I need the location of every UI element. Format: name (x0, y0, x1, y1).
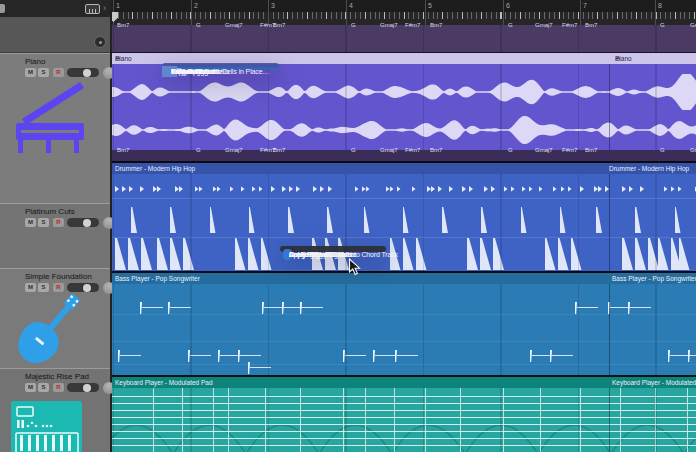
keys-note-boundary (153, 388, 154, 452)
drum-hit-mark (522, 186, 526, 192)
drum-spike-mark (170, 207, 176, 233)
bass-region-header[interactable]: Bass Player - Pop Songwriter Bass Player… (112, 273, 696, 284)
drum-spike-mark (364, 207, 370, 233)
keys-note-boundary (580, 388, 581, 452)
bass-note-mark (118, 350, 144, 362)
chevron-right-icon[interactable]: › (103, 2, 111, 14)
keyboard-editor-icon[interactable] (85, 4, 100, 14)
drum-spike-mark (635, 207, 641, 233)
bass-note-mark (550, 350, 576, 362)
drum-hit-mark (390, 186, 394, 192)
region-boundary (609, 273, 610, 375)
bass-note-mark (238, 350, 264, 362)
drum-hit-mark (296, 186, 300, 192)
bass-track-lane[interactable]: Bass Player - Pop Songwriter Bass Player… (112, 271, 696, 375)
bass-note-mark (168, 302, 194, 314)
logic-pro-arrange-window: › Piano M S R Plati (0, 0, 696, 452)
bar-number: 3 (271, 2, 275, 9)
record-enable-button[interactable]: R (53, 383, 64, 392)
bar-number: 7 (583, 2, 587, 9)
drum-sail-mark (183, 238, 194, 270)
drum-hit-mark (179, 186, 183, 192)
bar-tick (580, 0, 581, 25)
drum-spike-mark (675, 207, 681, 233)
drum-sail-mark (141, 238, 152, 270)
mute-button[interactable]: M (25, 68, 36, 77)
submenu-item-delete-region-chords[interactable]: Delete Region Chords (280, 249, 295, 260)
keyboard-region-header[interactable]: Keyboard Player - Modulated Pad Keyboard… (112, 377, 696, 388)
region-boundary (609, 163, 610, 271)
record-enable-button[interactable]: R (53, 218, 64, 227)
drum-hit-mark (438, 186, 442, 192)
drum-hit-mark (271, 186, 275, 192)
drum-spike-mark (481, 207, 487, 233)
mute-button[interactable]: M (25, 218, 36, 227)
keys-note-boundary (425, 388, 426, 452)
track-header-majestic-rise-pad[interactable]: Majestic Rise Pad M S R (0, 368, 110, 452)
track-header-simple-foundation[interactable]: Simple Foundation M S R (0, 268, 110, 368)
drum-hit-mark (427, 186, 431, 192)
bass-guitar-icon (10, 291, 88, 369)
drum-sail-mark (261, 238, 272, 270)
solo-button[interactable]: S (38, 383, 49, 392)
track-power-button[interactable] (94, 36, 106, 48)
bar-tick (655, 0, 656, 25)
volume-slider[interactable] (67, 218, 99, 227)
drum-hit-mark (553, 186, 557, 192)
region-chord-strip: Bm7GGmaj7F#m7Bm7GGmaj7F#m7Bm7GGmaj7F#m7B… (112, 150, 696, 161)
volume-slider[interactable] (67, 68, 99, 77)
drum-hit-mark (469, 186, 473, 192)
drummer-track-lane[interactable]: Drummer - Modern Hip Hop Drummer - Moder… (112, 161, 696, 271)
record-enable-button[interactable]: R (53, 68, 64, 77)
drum-spike-mark (596, 207, 602, 233)
bass-note-mark (628, 302, 654, 314)
keys-note-boundary (540, 388, 541, 452)
menu-item-export[interactable]: Export› (162, 66, 177, 77)
drum-hit-mark (320, 186, 324, 192)
submenu-arrow-icon: › (171, 66, 174, 76)
keyboard-track-lane[interactable]: Keyboard Player - Modulated Pad Keyboard… (112, 375, 696, 452)
bass-note-mark (140, 302, 166, 314)
bar-tick (425, 0, 426, 25)
drum-hit-mark (213, 186, 217, 192)
track-name: Majestic Rise Pad (25, 372, 89, 381)
chords-submenu: Apply Region Chords to Chord TrackAnalyz… (280, 246, 386, 252)
drum-hit-mark (241, 186, 245, 192)
mouse-cursor (348, 258, 361, 277)
drum-sail-mark (558, 238, 569, 270)
keys-note-boundary (394, 388, 395, 452)
volume-slider[interactable] (67, 383, 99, 392)
region-name: Drummer - Modern Hip Hop (609, 163, 689, 174)
drum-hit-mark (386, 186, 390, 192)
drum-hit-mark (529, 186, 533, 192)
drum-hit-mark (122, 186, 126, 192)
track-name: Piano (25, 57, 45, 66)
drum-sail-mark (679, 238, 690, 270)
drum-hit-mark (157, 186, 161, 192)
drum-hit-mark (129, 186, 133, 192)
keys-note-boundary (265, 388, 266, 452)
drummer-region-header[interactable]: Drummer - Modern Hip Hop Drummer - Moder… (112, 163, 696, 174)
solo-button[interactable]: S (38, 218, 49, 227)
drum-hit-mark (115, 186, 119, 192)
region-name: Piano⊕ (115, 53, 120, 64)
bar-number: 4 (349, 2, 353, 9)
mute-button[interactable]: M (25, 383, 36, 392)
toolbar-partial-icon (0, 4, 5, 13)
bass-note-mark (688, 350, 696, 362)
chord-track[interactable]: Bm7GGmaj7F#m7Bm7GGmaj7F#m7Bm7GGmaj7F#m7B… (112, 25, 696, 53)
bar-number: 1 (116, 2, 120, 9)
track-header-piano[interactable]: Piano M S R (0, 53, 110, 203)
keys-note-boundary (365, 388, 366, 452)
keys-note-boundary (460, 388, 461, 452)
solo-button[interactable]: S (38, 68, 49, 77)
drum-hit-mark (313, 186, 317, 192)
chord-track-header[interactable] (0, 17, 110, 53)
region-name: Piano⊕ (615, 53, 620, 64)
drum-sail-mark (658, 238, 669, 270)
grand-piano-icon (8, 79, 94, 153)
keys-note-boundary (687, 388, 688, 452)
track-header-platinum-cuts[interactable]: Platinum Cuts M S R (0, 203, 110, 268)
drum-hit-mark (366, 186, 370, 192)
drum-hit-mark (622, 186, 626, 192)
